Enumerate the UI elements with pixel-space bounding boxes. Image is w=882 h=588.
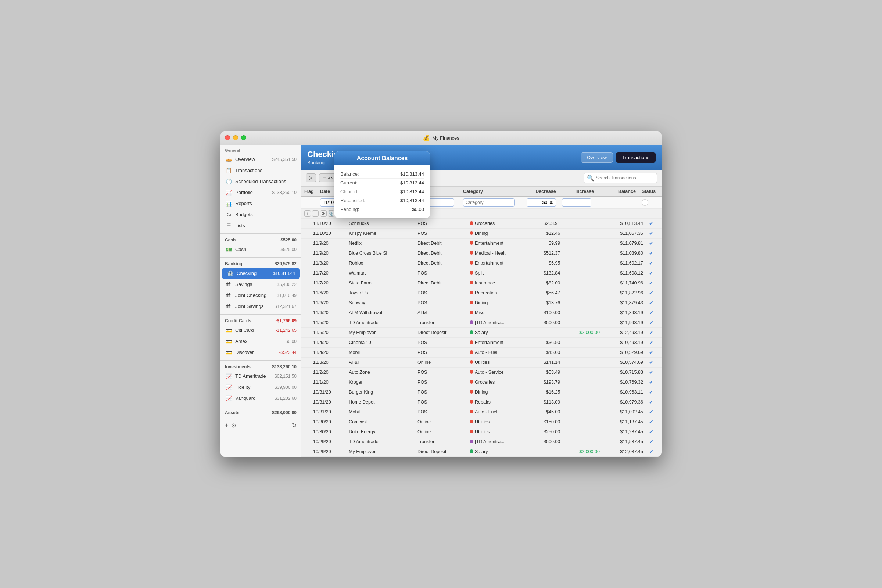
- table-row[interactable]: 11/4/20 Cinema 10 POS Entertainment $36.…: [302, 338, 662, 348]
- date-cell: 10/30/20: [310, 417, 346, 427]
- vanguard-icon: 📈: [225, 395, 232, 402]
- col-category[interactable]: Category: [460, 187, 521, 196]
- increase-cell: $2,000.00: [563, 328, 603, 338]
- sidebar-item-budgets[interactable]: 🗂 Budgets: [220, 209, 301, 220]
- col-balance[interactable]: Balance: [597, 187, 639, 196]
- titlebar: 💰 My Finances: [220, 131, 662, 145]
- sidebar-portfolio-left: 📈 Portfolio: [225, 189, 253, 196]
- table-row[interactable]: 11/5/20 My Employer Direct Deposit Salar…: [302, 328, 662, 338]
- flag-cell: [302, 318, 310, 328]
- sidebar-item-reports[interactable]: 📊 Reports: [220, 198, 301, 209]
- main-window: 💰 My Finances General 🥧 Overview $245,35…: [220, 131, 662, 457]
- attach-row-button[interactable]: 📎: [328, 210, 334, 217]
- table-row[interactable]: 11/2/20 Auto Zone POS Auto - Service $53…: [302, 368, 662, 377]
- table-row[interactable]: 11/3/20 AT&T Online Utilities $141.14 $1…: [302, 358, 662, 368]
- table-row[interactable]: 10/29/20 TD Ameritrade Transfer [TD Amer…: [302, 437, 662, 447]
- close-button[interactable]: [225, 135, 230, 140]
- col-status[interactable]: Status: [639, 187, 662, 196]
- table-row[interactable]: 10/31/20 Burger King POS Dining $16.25 $…: [302, 387, 662, 397]
- tab-transactions[interactable]: Transactions: [616, 152, 656, 163]
- table-row[interactable]: 11/6/20 ATM Withdrawal ATM Misc $100.00 …: [302, 308, 662, 318]
- type-cell: ATM: [414, 308, 467, 318]
- tab-overview[interactable]: Overview: [580, 152, 613, 163]
- date-cell: 10/30/20: [310, 427, 346, 437]
- status-cell: ✔: [646, 258, 662, 268]
- sidebar-item-vanguard[interactable]: 📈 Vanguard $31,202.60: [220, 393, 301, 404]
- sidebar-item-fidelity[interactable]: 📈 Fidelity $39,906.00: [220, 382, 301, 393]
- table-row[interactable]: 11/10/20 Schnucks POS Groceries $253.91 …: [302, 219, 662, 229]
- status-cell: ✔: [646, 348, 662, 358]
- col-increase[interactable]: Increase: [559, 187, 597, 196]
- table-row[interactable]: 11/1/20 Kroger POS Groceries $193.79 $10…: [302, 377, 662, 387]
- add-account-button[interactable]: +: [225, 422, 228, 429]
- table-row[interactable]: 11/7/20 Walmart POS Split $132.84 $11,60…: [302, 268, 662, 278]
- date-cell: 11/3/20: [310, 358, 346, 368]
- category-cell: Groceries: [467, 219, 529, 229]
- balance-cell: $10,963.11: [603, 387, 646, 397]
- sidebar-budgets-left: 🗂 Budgets: [225, 211, 253, 218]
- sidebar-item-joint-checking[interactable]: 🏛 Joint Checking $1,010.49: [220, 290, 301, 301]
- type-cell: Direct Debit: [414, 238, 467, 248]
- sidebar-item-cash[interactable]: 💵 Cash $525.00: [220, 244, 301, 255]
- status-cell: ✔: [646, 248, 662, 258]
- budgets-icon: 🗂: [225, 211, 232, 218]
- sidebar-vanguard-left: 📈 Vanguard: [225, 395, 255, 402]
- table-row[interactable]: 11/6/20 Subway POS Dining $13.76 $11,879…: [302, 298, 662, 308]
- category-cell: Dining: [467, 298, 529, 308]
- sort-button[interactable]: ⟩⟨: [306, 174, 316, 182]
- hide-account-button[interactable]: ⊙: [231, 422, 236, 429]
- table-row[interactable]: 11/6/20 Toys r Us POS Recreation $56.47 …: [302, 288, 662, 298]
- flag-cell: [302, 368, 310, 377]
- split-row-button[interactable]: ⟳: [320, 210, 327, 217]
- search-input[interactable]: [596, 175, 654, 180]
- table-row[interactable]: 11/9/20 Blue Cross Blue Sh Direct Debit …: [302, 248, 662, 258]
- refresh-button[interactable]: ↻: [292, 422, 297, 429]
- sidebar-item-savings[interactable]: 🏛 Savings $5,430.22: [220, 279, 301, 290]
- sidebar-item-scheduled[interactable]: 🕐 Scheduled Transactions: [220, 176, 301, 187]
- sidebar-item-transactions[interactable]: 📋 Transactions: [220, 165, 301, 176]
- flag-cell: [302, 229, 310, 238]
- status-cell: ✔: [646, 328, 662, 338]
- table-row[interactable]: 10/30/20 Comcast Online Utilities $150.0…: [302, 417, 662, 427]
- table-row[interactable]: 10/31/20 Mobil POS Auto - Fuel $45.00 $1…: [302, 407, 662, 417]
- sidebar-item-portfolio[interactable]: 📈 Portfolio $133,260.10: [220, 187, 301, 198]
- edit-decrease-cell[interactable]: [521, 196, 559, 208]
- flag-cell: [302, 308, 310, 318]
- edit-status-cell[interactable]: [639, 196, 662, 208]
- table-row[interactable]: 11/4/20 Mobil POS Auto - Fuel $45.00 $10…: [302, 348, 662, 358]
- sidebar-item-amex[interactable]: 💳 Amex $0.00: [220, 336, 301, 347]
- payee-cell: Mobil: [346, 348, 414, 358]
- date-cell: 11/4/20: [310, 348, 346, 358]
- table-row[interactable]: 10/31/20 Home Depot POS Repairs $113.09 …: [302, 397, 662, 407]
- decrease-cell: $12.46: [529, 229, 563, 238]
- balance-cell: $12,493.19: [603, 328, 646, 338]
- table-row[interactable]: 11/5/20 TD Ameritrade Transfer [TD Ameri…: [302, 318, 662, 328]
- divider-banking: [220, 257, 301, 258]
- edit-category-cell[interactable]: [460, 196, 521, 208]
- balance-cell: $11,089.80: [603, 248, 646, 258]
- sidebar-item-lists[interactable]: ☰ Lists: [220, 220, 301, 231]
- edit-increase-cell[interactable]: [559, 196, 597, 208]
- sidebar-item-discover[interactable]: 💳 Discover -$523.44: [220, 347, 301, 358]
- table-row[interactable]: 11/10/20 Krispy Kreme POS Dining $12.46 …: [302, 229, 662, 238]
- table-row[interactable]: 11/8/20 Roblox Direct Debit Entertainmen…: [302, 258, 662, 268]
- flag-cell: [302, 258, 310, 268]
- date-cell: 10/31/20: [310, 397, 346, 407]
- sidebar-item-overview[interactable]: 🥧 Overview $245,351.50: [220, 154, 301, 165]
- table-row[interactable]: 11/7/20 State Farm Direct Debit Insuranc…: [302, 278, 662, 288]
- minimize-button[interactable]: [233, 135, 238, 140]
- sidebar-item-checking[interactable]: 🏦 Checking $10,813.44: [222, 268, 300, 279]
- sidebar-item-td[interactable]: 📈 TD Ameritrade $62,151.50: [220, 371, 301, 382]
- sidebar-item-citi[interactable]: 💳 Citi Card -$1,242.65: [220, 325, 301, 336]
- flag-cell: [302, 288, 310, 298]
- table-row[interactable]: 10/30/20 Duke Energy Online Utilities $2…: [302, 427, 662, 437]
- sidebar-item-joint-savings[interactable]: 🏛 Joint Savings $12,321.67: [220, 301, 301, 312]
- table-row[interactable]: 10/29/20 My Employer Direct Deposit Sala…: [302, 447, 662, 457]
- table-row[interactable]: 11/9/20 Netflix Direct Debit Entertainme…: [302, 238, 662, 248]
- date-cell: 11/6/20: [310, 288, 346, 298]
- col-decrease[interactable]: Decrease: [521, 187, 559, 196]
- maximize-button[interactable]: [241, 135, 246, 140]
- payee-cell: Mobil: [346, 407, 414, 417]
- remove-row-button[interactable]: −: [312, 210, 319, 217]
- add-row-button[interactable]: +: [304, 210, 311, 217]
